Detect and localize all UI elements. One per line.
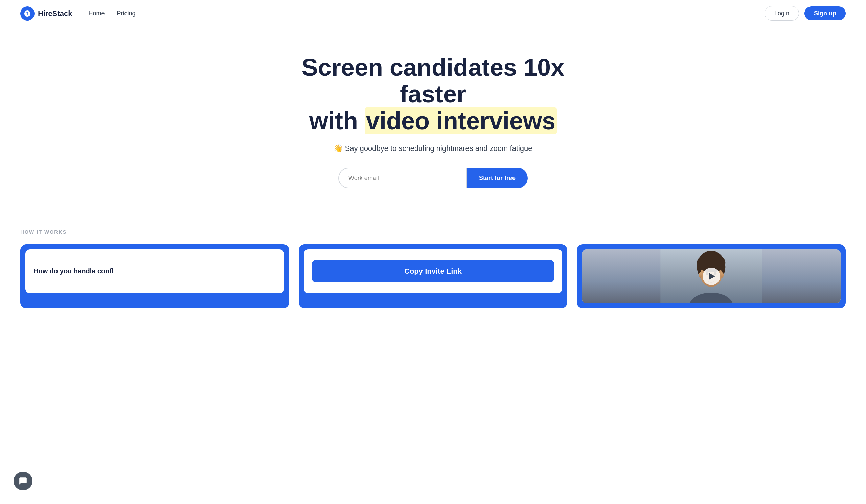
logo-text: HireStack [38, 9, 73, 18]
chat-icon [19, 477, 27, 485]
nav-links: Home Pricing [89, 10, 765, 17]
card-video-inner [582, 249, 841, 303]
login-button[interactable]: Login [765, 6, 799, 21]
nav-link-home[interactable]: Home [89, 10, 105, 16]
card-question-text: How do you handle confl [33, 267, 114, 275]
start-button[interactable]: Start for free [467, 168, 528, 188]
card-invite: Copy Invite Link [299, 244, 568, 309]
card-video [577, 244, 846, 309]
card-invite-inner: Copy Invite Link [304, 249, 563, 293]
email-input[interactable] [338, 168, 467, 188]
play-button[interactable] [703, 268, 720, 285]
hero-title: Screen candidates 10x faster with video … [281, 54, 585, 135]
card-question: How do you handle confl [20, 244, 289, 309]
nav-actions: Login Sign up [765, 6, 846, 21]
play-icon [709, 273, 715, 280]
subtitle-emoji: 👋 [334, 144, 343, 153]
hero-section: Screen candidates 10x faster with video … [0, 27, 866, 209]
hero-title-part1: Screen candidates 10x faster [302, 54, 564, 108]
hero-title-highlight: video interviews [365, 107, 557, 134]
nav-item-pricing[interactable]: Pricing [117, 10, 136, 17]
copy-invite-button[interactable]: Copy Invite Link [312, 260, 554, 282]
card-question-inner: How do you handle confl [25, 249, 284, 293]
section-label: HOW IT WORKS [20, 229, 846, 235]
nav-item-home[interactable]: Home [89, 10, 105, 17]
navbar: HireStack Home Pricing Login Sign up [0, 0, 866, 27]
nav-link-pricing[interactable]: Pricing [117, 10, 136, 16]
logo-icon [20, 7, 34, 21]
hero-form: Start for free [338, 168, 528, 188]
chat-bubble[interactable] [13, 471, 32, 491]
logo[interactable]: HireStack [20, 7, 73, 21]
hero-subtitle: 👋 Say goodbye to scheduling nightmares a… [7, 144, 859, 153]
svg-point-9 [721, 272, 724, 278]
svg-point-8 [699, 272, 702, 278]
subtitle-text: Say goodbye to scheduling nightmares and… [345, 144, 532, 153]
signup-button[interactable]: Sign up [804, 7, 846, 20]
cards-row: How do you handle confl Copy Invite Link [20, 244, 846, 309]
hero-title-part2: with [309, 107, 365, 134]
how-it-works-section: HOW IT WORKS How do you handle confl Cop… [0, 209, 866, 309]
